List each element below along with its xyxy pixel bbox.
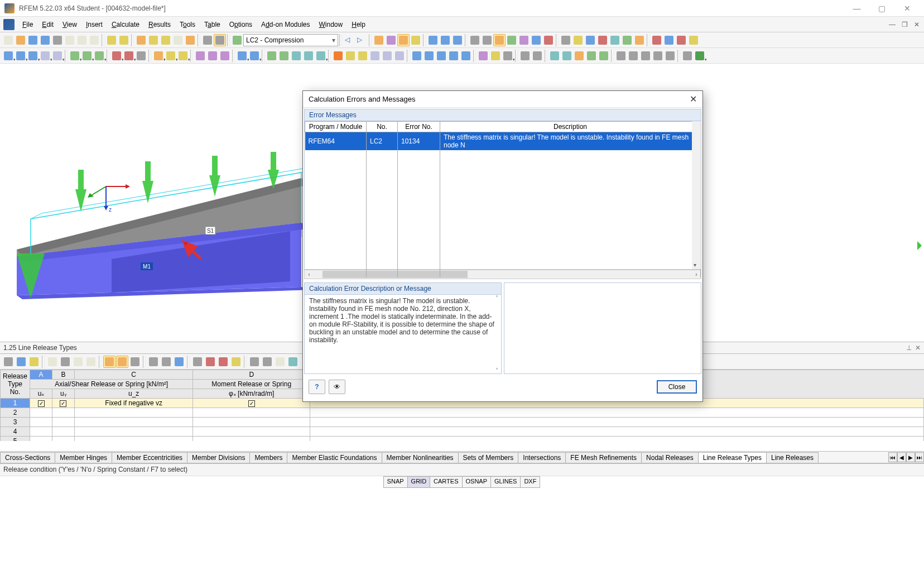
tb2-26[interactable]	[344, 50, 357, 62]
tb-h7[interactable]	[542, 34, 555, 46]
tb-i7[interactable]	[633, 34, 646, 46]
tb2-36[interactable]	[477, 50, 489, 62]
table-row[interactable]: 2	[1, 408, 924, 418]
lt-17[interactable]	[230, 356, 242, 368]
tb2-31[interactable]	[411, 50, 423, 62]
tb-g3[interactable]	[451, 34, 464, 46]
tb2-35[interactable]	[460, 50, 472, 62]
tab-next[interactable]: ▶	[906, 452, 915, 462]
lt-14[interactable]	[191, 356, 204, 368]
lt-21[interactable]	[287, 356, 299, 368]
scroll-up-icon[interactable]: ˄	[495, 295, 498, 301]
tb-saveall[interactable]	[39, 34, 51, 46]
lt-15[interactable]	[204, 356, 216, 368]
tb2-21[interactable]	[278, 50, 290, 62]
menu-insert[interactable]: Insert	[81, 18, 107, 31]
tb-i5[interactable]	[609, 34, 621, 46]
toggle-glines[interactable]: GLINES	[490, 476, 521, 488]
tb-printprev[interactable]	[64, 34, 76, 46]
tab-line-rel-types[interactable]: Line Release Types	[698, 452, 767, 463]
tb-h4[interactable]	[506, 34, 518, 46]
tb2-13[interactable]: ▾	[165, 50, 177, 62]
lt-5[interactable]	[59, 356, 71, 368]
menu-help[interactable]: Help	[347, 18, 370, 31]
tb2-45[interactable]	[598, 50, 610, 62]
tb-edit4[interactable]	[184, 34, 196, 46]
lt-2[interactable]	[15, 356, 27, 368]
tb2-29[interactable]	[381, 50, 393, 62]
tb2-38[interactable]: ▾	[502, 50, 514, 62]
menu-options[interactable]: Options	[225, 18, 257, 31]
mdi-close[interactable]: ✕	[912, 20, 922, 29]
tb2-34[interactable]	[447, 50, 460, 62]
tab-prev[interactable]: ◀	[897, 452, 906, 462]
tb-h6[interactable]	[530, 34, 542, 46]
tb2-43[interactable]	[573, 50, 585, 62]
th-B[interactable]: B	[52, 370, 74, 380]
cell-ux[interactable]: ✓	[30, 399, 52, 408]
tb2-42[interactable]	[561, 50, 573, 62]
tb-i6[interactable]	[621, 34, 633, 46]
tb2-27[interactable]	[357, 50, 369, 62]
tb2-24[interactable]: ▾	[315, 50, 327, 62]
tab-line-releases[interactable]: Line Releases	[766, 452, 819, 463]
tb-h2[interactable]	[481, 34, 493, 46]
th-program[interactable]: Program / Module	[305, 122, 367, 132]
menu-edit[interactable]: Edit	[37, 18, 58, 31]
tb2-32[interactable]	[423, 50, 435, 62]
vscrollbar[interactable]: ▾	[692, 121, 701, 269]
tb2-30[interactable]	[393, 50, 406, 62]
tb-j1[interactable]	[651, 34, 663, 46]
tb2-49[interactable]	[652, 50, 664, 62]
tb2-3[interactable]: ▾	[27, 50, 39, 62]
pin-icon[interactable]: ⊥	[906, 344, 912, 352]
lt-13[interactable]	[173, 356, 185, 368]
tb-save[interactable]	[27, 34, 39, 46]
lt-20[interactable]	[274, 356, 286, 368]
tb-h5[interactable]	[518, 34, 530, 46]
th-no[interactable]: No.	[367, 122, 398, 132]
tab-sets[interactable]: Sets of Members	[458, 452, 519, 463]
tb-clip[interactable]	[88, 34, 100, 46]
toggle-grid[interactable]: GRID	[407, 476, 431, 488]
lt-3[interactable]	[28, 356, 40, 368]
mdi-minimize[interactable]: —	[887, 20, 897, 29]
tab-last[interactable]: ⏭	[915, 452, 924, 462]
lt-4[interactable]	[46, 356, 59, 368]
tb2-41[interactable]	[548, 50, 561, 62]
tb-r1[interactable]	[373, 34, 385, 46]
lt-1[interactable]	[2, 356, 15, 368]
tb2-46[interactable]	[615, 50, 627, 62]
error-row[interactable]: RFEM64 LC2 10134 The stiffness matrix is…	[305, 132, 701, 151]
tab-nodal-rel[interactable]: Nodal Releases	[641, 452, 699, 463]
tb-new[interactable]	[2, 34, 15, 46]
tb2-1[interactable]: ▾	[2, 50, 15, 62]
lt-10[interactable]	[129, 356, 141, 368]
tb-open[interactable]	[15, 34, 27, 46]
tb2-50[interactable]	[664, 50, 676, 62]
maximize-button[interactable]: ▢	[869, 1, 894, 16]
tab-fe-mesh[interactable]: FE Mesh Refinements	[565, 452, 642, 463]
tab-intersections[interactable]: Intersections	[518, 452, 566, 463]
menu-calculate[interactable]: Calculate	[107, 18, 144, 31]
tb2-2[interactable]: ▾	[15, 50, 27, 62]
menu-tools[interactable]: Tools	[175, 18, 200, 31]
cell-phix[interactable]: ✓	[193, 399, 310, 408]
tb2-11[interactable]	[135, 50, 147, 62]
cell-uy[interactable]: ✓	[52, 399, 74, 408]
menu-results[interactable]: Results	[144, 18, 175, 31]
tb-prev[interactable]: ◁	[343, 34, 355, 46]
tb2-28[interactable]	[369, 50, 381, 62]
tb-r3[interactable]	[397, 34, 410, 46]
tb2-37[interactable]	[489, 50, 502, 62]
toggle-snap[interactable]: SNAP	[383, 476, 408, 488]
tb-g1[interactable]	[427, 34, 439, 46]
tb-v2[interactable]	[214, 34, 226, 46]
lt-6[interactable]	[72, 356, 84, 368]
tb2-40[interactable]	[531, 50, 543, 62]
tb-edit3[interactable]	[172, 34, 184, 46]
tb2-39[interactable]	[519, 50, 531, 62]
table-row[interactable]: 5	[1, 437, 924, 442]
tb-redo[interactable]	[118, 34, 130, 46]
tb2-5[interactable]: ▾	[51, 50, 64, 62]
